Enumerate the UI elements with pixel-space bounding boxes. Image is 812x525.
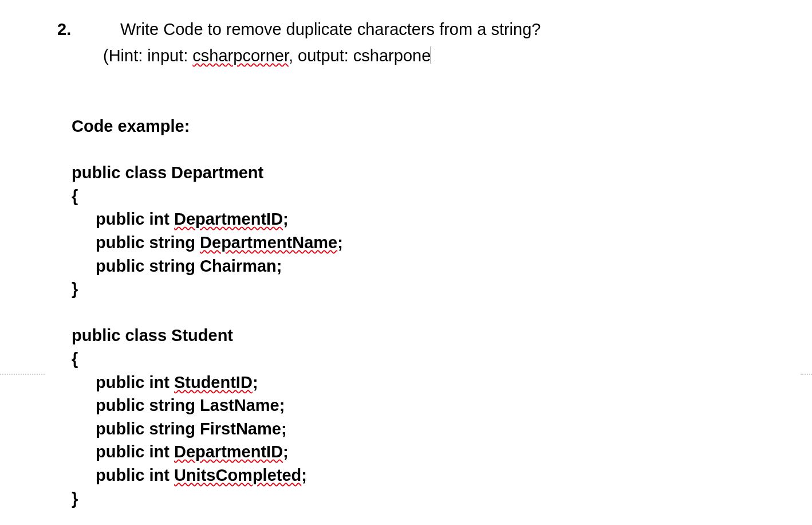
text-cursor-icon [431,46,431,64]
page-break-guide-right [801,373,812,375]
code-text: public string LastName; [96,396,285,414]
code-text: ; [283,210,289,228]
code-blank [72,138,343,162]
code-dept-field-2: public string DepartmentName; [72,231,343,254]
code-example-block: Code example: public class Department { … [72,115,343,510]
question-text: Write Code to remove duplicate character… [120,20,541,38]
code-heading: Code example: [72,115,343,138]
code-text: ; [301,466,307,484]
hint-line: (Hint: input: csharpcorner, output: csha… [103,44,541,69]
code-stu-field-4: public int DepartmentID; [72,440,343,464]
code-text: public int [96,210,174,228]
code-text: ; [253,373,258,391]
hint-output-word: csharpone [353,46,431,65]
code-brace-close: } [72,277,343,301]
code-text: public int [96,442,174,461]
document-page: 2.Write Code to remove duplicate charact… [0,0,812,525]
code-stu-field-1: public int StudentID; [72,371,343,394]
code-brace-open: { [72,185,343,208]
code-blank [72,301,343,324]
code-text: public string Chairman; [96,257,282,275]
code-dept-field-3: public string Chairman; [72,254,343,278]
spellcheck-word: StudentID [174,373,253,391]
question-number: 2. [57,17,120,42]
code-stu-field-3: public string FirstName; [72,417,343,441]
code-class-student: public class Student [72,324,343,347]
hint-mid: , output: [289,46,353,65]
hint-input-word: csharpcorner [192,46,289,65]
hint-prefix: (Hint: input: [103,46,192,65]
code-text: public int [96,373,174,391]
question-block: 2.Write Code to remove duplicate charact… [57,17,541,68]
code-class-department: public class Department [72,161,343,185]
spellcheck-word: DepartmentID [174,210,283,228]
code-text: public string FirstName; [96,420,287,438]
code-brace-close: } [72,487,343,511]
code-text: public string [96,233,200,252]
code-dept-field-1: public int DepartmentID; [72,207,343,231]
code-text: ; [283,442,289,461]
code-stu-field-2: public string LastName; [72,394,343,417]
page-break-guide-left [0,373,45,375]
spellcheck-word: UnitsCompleted [174,466,301,484]
code-brace-open: { [72,347,343,371]
code-stu-field-5: public int UnitsCompleted; [72,464,343,487]
question-line: 2.Write Code to remove duplicate charact… [57,17,541,42]
code-text: public int [96,466,174,484]
spellcheck-word: DepartmentID [174,442,283,461]
spellcheck-word: DepartmentName [200,233,337,252]
code-text: ; [337,233,343,252]
